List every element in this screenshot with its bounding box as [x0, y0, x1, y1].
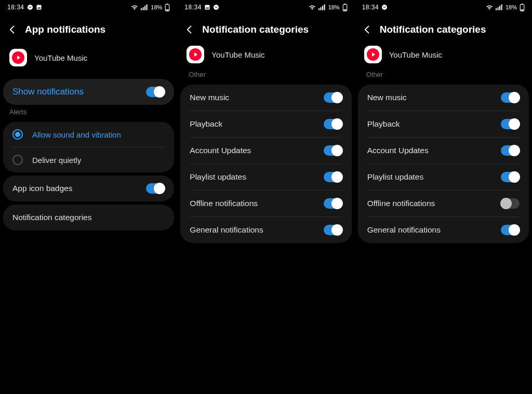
battery-percent: 18%	[328, 4, 340, 10]
item-toggle[interactable]	[501, 119, 520, 129]
item-toggle[interactable]	[501, 198, 520, 209]
category-offline-notifications[interactable]: Offline notifications	[358, 191, 529, 216]
status-time: 18:34	[184, 4, 202, 11]
notification-categories-row[interactable]: Notification categories	[3, 205, 174, 230]
item-toggle[interactable]	[324, 145, 342, 156]
item-toggle[interactable]	[324, 92, 342, 103]
header: Notification categories	[177, 15, 354, 43]
category-new-music[interactable]: New music	[180, 85, 351, 111]
item-label: General notifications	[190, 225, 263, 235]
show-notifications-card: Show notifications	[3, 79, 174, 105]
screen-notification-categories-b: 18:34 18% Notification categories	[355, 0, 532, 394]
radio-label: Deliver quietly	[32, 156, 81, 165]
radio-label: Allow sound and vibration	[32, 130, 121, 139]
wifi-icon	[309, 4, 316, 10]
item-label: Account Updates	[190, 146, 251, 155]
item-toggle[interactable]	[324, 172, 342, 182]
back-icon[interactable]	[362, 24, 373, 35]
messenger-icon	[213, 4, 219, 10]
svg-rect-13	[322, 6, 323, 10]
category-offline-notifications[interactable]: Offline notifications	[180, 191, 351, 216]
signal-icon	[318, 4, 326, 10]
app-header-row: YouTube Music	[355, 43, 532, 71]
radio-allow-sound[interactable]: Allow sound and vibration	[3, 122, 174, 147]
category-new-music[interactable]: New music	[358, 85, 529, 111]
radio-icon	[12, 155, 23, 165]
item-label: Account Updates	[367, 146, 429, 155]
app-icon-badges-row[interactable]: App icon badges	[3, 175, 174, 201]
item-label: New music	[190, 93, 229, 102]
item-toggle[interactable]	[324, 225, 342, 235]
screen-app-notifications: 18:34 18% App notifications	[0, 0, 177, 394]
svg-rect-4	[144, 6, 145, 10]
page-title: Notification categories	[202, 24, 309, 35]
svg-rect-20	[497, 7, 498, 10]
svg-rect-17	[343, 9, 346, 10]
wifi-icon	[131, 4, 138, 10]
svg-rect-14	[324, 4, 325, 10]
item-label: General notifications	[367, 225, 441, 235]
category-playlist-updates[interactable]: Playlist updates	[358, 164, 529, 190]
category-account-updates[interactable]: Account Updates	[358, 138, 529, 164]
item-toggle[interactable]	[501, 145, 520, 156]
svg-rect-22	[501, 4, 502, 10]
group-header: Other	[177, 71, 354, 81]
categories-label: Notification categories	[12, 213, 92, 222]
app-header-row: YouTube Music	[177, 43, 354, 71]
signal-icon	[496, 4, 503, 10]
category-playback[interactable]: Playback	[180, 111, 351, 137]
back-icon[interactable]	[7, 24, 18, 35]
svg-rect-8	[166, 9, 169, 10]
status-time: 18:34	[7, 4, 24, 11]
battery-percent: 18%	[506, 4, 517, 10]
badges-label: App icon badges	[12, 184, 72, 193]
category-general-notifications[interactable]: General notifications	[358, 217, 529, 243]
svg-rect-11	[318, 8, 320, 10]
item-toggle[interactable]	[324, 198, 342, 209]
battery-icon	[342, 4, 348, 11]
header: Notification categories	[355, 15, 532, 43]
category-general-notifications[interactable]: General notifications	[180, 217, 351, 243]
status-bar: 18:34 18%	[177, 0, 354, 15]
svg-rect-25	[521, 9, 523, 10]
app-name: YouTube Music	[389, 50, 442, 59]
radio-icon	[12, 129, 23, 140]
badges-toggle[interactable]	[146, 183, 165, 194]
item-label: Playback	[367, 119, 400, 129]
status-time: 18:34	[362, 4, 379, 11]
svg-rect-1	[36, 5, 41, 10]
svg-rect-16	[344, 4, 345, 5]
svg-rect-5	[147, 4, 148, 10]
youtube-music-icon	[9, 49, 27, 66]
image-icon	[204, 4, 210, 10]
group-header: Other	[355, 71, 532, 81]
app-icon-badges-card: App icon badges	[3, 175, 174, 201]
app-name: YouTube Music	[34, 53, 87, 62]
battery-icon	[165, 4, 170, 11]
show-notifications-label: Show notifications	[12, 87, 84, 97]
item-toggle[interactable]	[501, 92, 520, 103]
youtube-music-icon	[364, 46, 382, 63]
svg-rect-12	[320, 7, 321, 10]
item-toggle[interactable]	[501, 225, 520, 235]
svg-rect-24	[521, 4, 523, 5]
svg-rect-21	[499, 6, 500, 10]
battery-icon	[520, 4, 525, 11]
categories-list: New music Playback Account Updates Playl…	[358, 85, 529, 243]
item-toggle[interactable]	[324, 119, 342, 129]
show-notifications-row[interactable]: Show notifications	[3, 79, 174, 105]
radio-deliver-quietly[interactable]: Deliver quietly	[3, 147, 174, 172]
back-icon[interactable]	[184, 24, 195, 35]
screen-notification-categories-a: 18:34 18% Notification categories	[177, 0, 354, 394]
category-account-updates[interactable]: Account Updates	[180, 138, 351, 164]
page-title: App notifications	[25, 24, 105, 35]
svg-rect-7	[167, 4, 168, 5]
item-label: Offline notifications	[367, 199, 435, 208]
category-playback[interactable]: Playback	[358, 111, 529, 137]
category-playlist-updates[interactable]: Playlist updates	[180, 164, 351, 190]
item-toggle[interactable]	[501, 172, 520, 182]
item-label: Offline notifications	[190, 199, 258, 208]
alerts-header: Alerts	[0, 108, 177, 119]
svg-rect-19	[496, 8, 497, 10]
show-notifications-toggle[interactable]	[146, 87, 165, 97]
